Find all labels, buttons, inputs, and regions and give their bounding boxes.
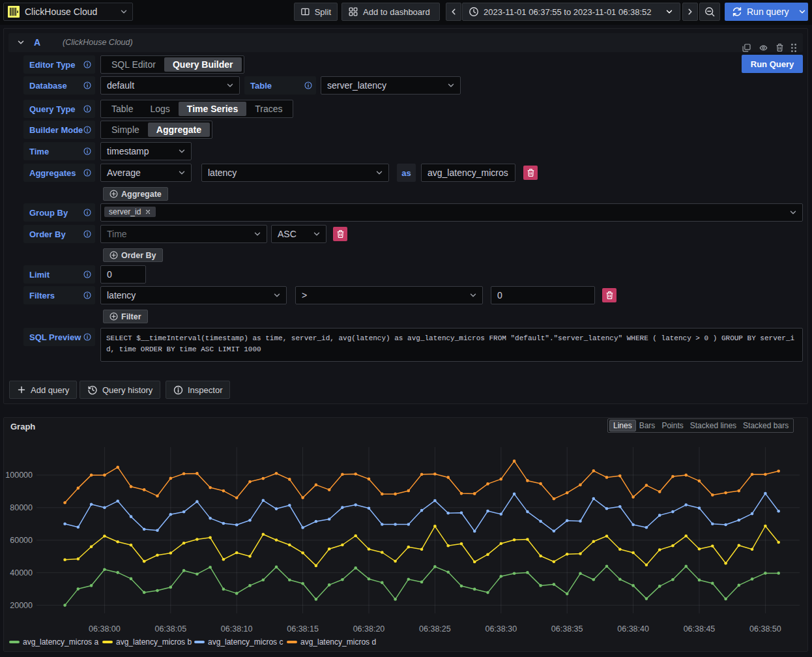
svg-text:06:38:10: 06:38:10 xyxy=(221,624,253,634)
svg-text:06:38:25: 06:38:25 xyxy=(419,624,451,634)
svg-text:06:38:50: 06:38:50 xyxy=(749,624,781,634)
svg-text:06:38:05: 06:38:05 xyxy=(154,624,186,634)
svg-text:06:38:35: 06:38:35 xyxy=(551,624,583,634)
svg-text:100000: 100000 xyxy=(5,471,33,480)
svg-text:60000: 60000 xyxy=(10,536,33,545)
svg-text:06:38:15: 06:38:15 xyxy=(287,624,319,634)
svg-text:06:38:40: 06:38:40 xyxy=(617,624,649,634)
svg-text:40000: 40000 xyxy=(10,568,33,577)
svg-text:06:38:20: 06:38:20 xyxy=(353,624,385,634)
svg-text:80000: 80000 xyxy=(10,503,33,512)
svg-text:06:38:45: 06:38:45 xyxy=(684,624,716,634)
svg-text:06:38:00: 06:38:00 xyxy=(89,624,121,634)
svg-text:20000: 20000 xyxy=(10,601,33,610)
svg-text:06:38:30: 06:38:30 xyxy=(485,624,517,634)
